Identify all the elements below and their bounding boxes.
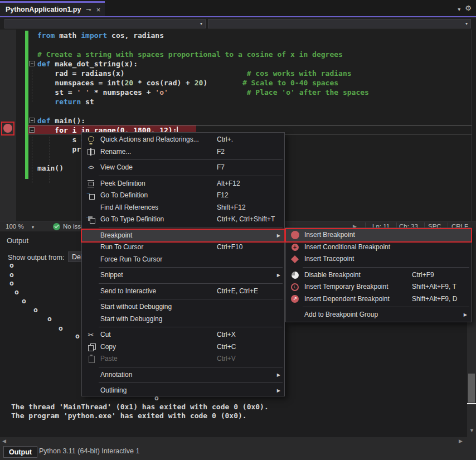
menu-item-view-code[interactable]: View CodeF7: [82, 162, 284, 174]
copy-icon: [84, 341, 98, 354]
fold-collapse-box[interactable]: [29, 118, 35, 123]
menu-item-send-to-interactive[interactable]: Send to InteractiveCtrl+E, Ctrl+E: [82, 285, 284, 298]
output-wave-char: o: [59, 325, 63, 332]
menu-item-rename[interactable]: Rename...F2: [82, 146, 284, 158]
fold-collapse-box[interactable]: [29, 61, 35, 66]
menu-item-snippet[interactable]: Snippet▶: [82, 269, 284, 282]
menu-item-copy[interactable]: CopyCtrl+C: [82, 341, 284, 354]
code-token: math: [55, 31, 81, 40]
menu-item-label: Peek Definition: [100, 178, 145, 190]
menu-item-start-with-debugging[interactable]: Start with Debugging: [82, 313, 284, 326]
breakpoint-annotation-box: [1, 122, 14, 135]
title-bar: PythonApplication1.py ⊸ × ▾ ⚙: [0, 0, 476, 16]
menu-item-outlining[interactable]: Outlining▶: [82, 385, 284, 397]
menu-shortcut: Ctrl+.: [217, 134, 233, 146]
tab-output[interactable]: Output: [3, 446, 37, 458]
fold-collapse-box[interactable]: [29, 127, 35, 133]
nav-member-dropdown[interactable]: ▾: [208, 19, 471, 28]
menu-item-label: Find All References: [100, 202, 158, 214]
menu-item-label: Breakpoint: [100, 230, 132, 242]
menu-item-peek-definition[interactable]: Peek DefinitionAlt+F12: [82, 178, 284, 190]
menu-item-run-to-cursor[interactable]: Run To CursorCtrl+F10: [82, 241, 284, 254]
menu-item-label: Disable Breakpoint: [304, 269, 361, 282]
editor-border: [472, 30, 472, 221]
menu-separator: [286, 265, 471, 269]
code-line[interactable]: from math import cos, radians: [37, 31, 164, 40]
code-token: 20: [195, 79, 203, 87]
menu-item-label: Insert Dependent Breakpoint: [304, 293, 390, 306]
tab-python-interactive[interactable]: Python 3.11 (64-bit) Interactive 1: [39, 447, 139, 455]
zoom-control[interactable]: 100 %: [6, 223, 24, 230]
scroll-right-icon[interactable]: ▶: [459, 438, 463, 444]
menu-item-label: View Code: [100, 162, 133, 174]
code-line[interactable]: # Create a string with spaces proportion…: [37, 50, 343, 59]
chevron-down-icon[interactable]: ▾: [458, 6, 460, 13]
code-token: return: [55, 98, 81, 106]
menu-item-cut[interactable]: CutCtrl+X: [82, 329, 284, 341]
temporary-breakpoint-icon: [288, 281, 302, 293]
horizontal-scrollbar[interactable]: ◀ ▶: [0, 437, 476, 445]
menu-item-disable-breakpoint[interactable]: Disable BreakpointCtrl+F9: [286, 269, 471, 282]
code-line[interactable]: st = ' ' * numspaces + 'o' # Place 'o' a…: [37, 88, 369, 97]
gear-icon[interactable]: ⚙: [465, 4, 472, 13]
menu-shortcut: F2: [217, 146, 225, 158]
menu-item-paste[interactable]: PasteCtrl+V: [82, 353, 284, 365]
chevron-down-icon: ▾: [200, 21, 202, 26]
close-icon[interactable]: ×: [96, 6, 101, 14]
scroll-down-icon[interactable]: ▼: [469, 428, 474, 433]
code-line[interactable]: rad = radians(x) # cos works with radian…: [37, 69, 352, 78]
output-message: The thread 'MainThread' (0x1) has exited…: [11, 403, 269, 411]
code-token: [37, 98, 55, 106]
pin-icon[interactable]: ⊸: [86, 6, 91, 13]
document-tab[interactable]: PythonApplication1.py ⊸ ×: [0, 3, 105, 16]
menu-item-quick-actions-and-refactorings[interactable]: Quick Actions and Refactorings...Ctrl+.: [82, 134, 284, 146]
breakpoint-submenu: Insert BreakpointInsert Conditional Brea…: [285, 227, 472, 322]
code-token: [168, 88, 247, 96]
menu-item-annotation[interactable]: Annotation▶: [82, 369, 284, 381]
code-token: ' ': [76, 88, 89, 96]
menu-shortcut: Shift+F12: [217, 202, 246, 214]
submenu-arrow-icon: ▶: [277, 269, 280, 282]
code-token: # Place 'o' after the spaces: [247, 88, 369, 96]
code-token: make_dot_string(x):: [50, 60, 138, 68]
menu-item-go-to-type-definition[interactable]: Go To Type DefinitionCtrl+K, Ctrl+Shift+…: [82, 214, 284, 226]
scrollbar-thumb[interactable]: [468, 374, 475, 403]
submenu-arrow-icon: ▶: [464, 309, 467, 321]
code-line[interactable]: numspaces = int(20 * cos(rad) + 20) # Sc…: [37, 78, 338, 88]
menu-item-force-run-to-cursor[interactable]: Force Run To Cursor: [82, 254, 284, 266]
code-token: # Create a string with spaces proportion…: [37, 50, 343, 59]
menu-item-insert-tracepoint[interactable]: Insert Tracepoint: [286, 253, 471, 265]
menu-item-insert-dependent-breakpoint[interactable]: Insert Dependent BreakpointShift+Alt+F9,…: [286, 293, 471, 306]
chevron-down-icon[interactable]: ▾: [32, 225, 34, 230]
menu-item-find-all-references[interactable]: Find All ReferencesShift+F12: [82, 202, 284, 214]
menu-item-label: Start without Debugging: [100, 301, 172, 313]
output-wave-char: o: [75, 332, 80, 340]
code-token: main():: [50, 117, 85, 125]
menu-separator: [82, 325, 284, 329]
menu-shortcut: Ctrl+C: [217, 341, 236, 354]
output-wave-char: o: [9, 262, 14, 269]
menu-item-insert-breakpoint[interactable]: Insert Breakpoint: [286, 229, 471, 241]
breakpoint-icon: [288, 229, 302, 241]
menu-item-insert-temporary-breakpoint[interactable]: Insert Temporary BreakpointShift+Alt+F9,…: [286, 281, 471, 293]
menu-item-label: Copy: [100, 341, 116, 354]
scroll-left-icon[interactable]: ◀: [2, 438, 6, 444]
menu-item-go-to-definition[interactable]: Go To DefinitionF12: [82, 190, 284, 202]
context-menu: Quick Actions and Refactorings...Ctrl+.R…: [81, 132, 285, 396]
titlebar-actions: ▾ ⚙: [458, 4, 472, 13]
nav-scope-dropdown[interactable]: ▾: [4, 19, 206, 28]
show-output-from-label: Show output from:: [8, 254, 64, 262]
code-line[interactable]: def make_dot_string(x):: [37, 59, 138, 69]
output-wave-char: o: [14, 288, 19, 296]
menu-item-add-to-breakpoint-group[interactable]: Add to Breakpoint Group▶: [286, 309, 471, 321]
code-token: # cos works with radians: [247, 69, 352, 78]
menu-item-breakpoint[interactable]: Breakpoint▶: [82, 230, 284, 242]
code-token: * numspaces +: [90, 88, 155, 96]
menu-item-insert-conditional-breakpoint[interactable]: Insert Conditional Breakpoint: [286, 241, 471, 254]
menu-item-label: Insert Temporary Breakpoint: [304, 281, 388, 293]
code-line[interactable]: main(): [37, 163, 64, 173]
code-line[interactable]: def main():: [37, 116, 85, 125]
code-line[interactable]: return st: [37, 97, 94, 106]
menu-separator: [82, 381, 284, 385]
menu-item-start-without-debugging[interactable]: Start without Debugging: [82, 301, 284, 313]
